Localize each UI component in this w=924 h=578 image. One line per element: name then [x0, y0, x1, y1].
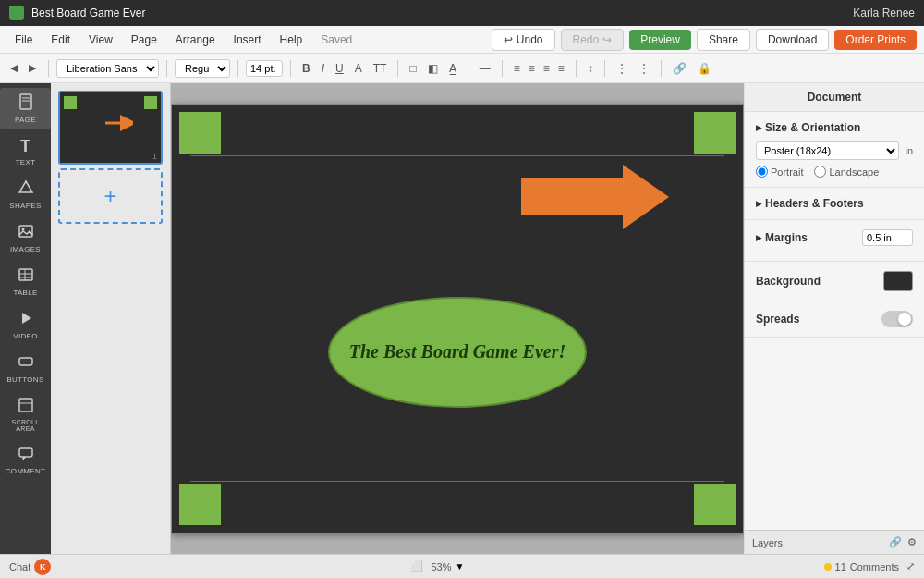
- sidebar-item-shapes[interactable]: SHAPES: [0, 174, 51, 215]
- lock-button[interactable]: 🔒: [694, 60, 715, 77]
- comments-badge-dot: [824, 563, 832, 571]
- undo-button[interactable]: ↩ Undo: [492, 29, 555, 51]
- order-prints-button[interactable]: Order Prints: [834, 30, 917, 50]
- align-left-button[interactable]: ≡: [510, 60, 524, 77]
- oval-element[interactable]: The Best Board Game Ever!: [328, 297, 587, 408]
- menu-view[interactable]: View: [81, 31, 120, 48]
- list-unordered-button[interactable]: ⋮: [635, 60, 653, 77]
- canvas-area[interactable]: The Best Board Game Ever!: [171, 83, 744, 554]
- thumb-arrow: [105, 114, 133, 137]
- table-icon: [18, 266, 34, 287]
- sidebar-item-images[interactable]: IMAGES: [0, 217, 51, 259]
- sidebar-item-video[interactable]: VIDEO: [0, 304, 51, 346]
- sidebar-item-text[interactable]: T TEXT: [0, 131, 51, 172]
- landscape-radio-input[interactable]: [814, 166, 826, 178]
- corner-box-tl[interactable]: [179, 112, 221, 154]
- unit-label: in: [905, 145, 913, 156]
- titlebar: Best Board Game Ever Karla Renee: [0, 0, 924, 26]
- stroke-button[interactable]: A̲: [445, 60, 460, 77]
- list-ordered-button[interactable]: ⋮: [613, 60, 631, 77]
- spreads-title: Spreads: [756, 313, 799, 326]
- menu-page[interactable]: Page: [124, 31, 164, 48]
- nav-forward-button[interactable]: ▶: [24, 59, 41, 77]
- font-family-select[interactable]: Liberation Sans: [56, 59, 159, 78]
- spreads-row: Spreads: [756, 311, 913, 327]
- shape-button[interactable]: □: [406, 60, 419, 77]
- download-button[interactable]: Download: [756, 29, 829, 51]
- menu-edit[interactable]: Edit: [43, 31, 78, 48]
- align-center-button[interactable]: ≡: [525, 60, 539, 77]
- sidebar-buttons-label: BUTTONS: [6, 375, 43, 384]
- zoom-value: 53%: [431, 561, 451, 572]
- landscape-radio[interactable]: Landscape: [814, 166, 879, 178]
- redo-arrow-icon: ↪: [602, 33, 612, 46]
- separator-10: [661, 60, 662, 77]
- link-button[interactable]: 🔗: [669, 60, 690, 77]
- zoom-dropdown-button[interactable]: ▼: [455, 561, 464, 572]
- size-orientation-title[interactable]: ▸ Size & Orientation: [756, 121, 913, 134]
- line-style-button[interactable]: —: [476, 60, 494, 77]
- menu-insert[interactable]: Insert: [226, 31, 269, 48]
- sidebar-item-comment[interactable]: COMMENT: [0, 439, 51, 481]
- saved-label: Saved: [321, 33, 352, 46]
- font-size-input[interactable]: [246, 60, 283, 77]
- margins-input[interactable]: [862, 229, 913, 246]
- orientation-radio-group: Portrait Landscape: [756, 166, 913, 178]
- align-right-button[interactable]: ≡: [540, 60, 553, 77]
- text-case-button[interactable]: TT: [370, 60, 391, 77]
- underline-button[interactable]: U: [332, 60, 347, 77]
- sidebar-shapes-label: SHAPES: [9, 202, 41, 210]
- background-title: Background: [756, 275, 821, 288]
- pages-panel: 1 +: [51, 83, 171, 554]
- italic-button[interactable]: I: [318, 60, 328, 77]
- redo-label: Redo: [573, 33, 600, 46]
- chat-section: Chat K: [9, 559, 51, 575]
- arrow-element[interactable]: [521, 160, 669, 234]
- page-thumb-inner: [60, 92, 161, 163]
- chat-label: Chat: [9, 561, 30, 572]
- margins-row: ▸ Margins: [756, 229, 913, 246]
- menubar: File Edit View Page Arrange Insert Help …: [0, 26, 924, 54]
- add-page-button[interactable]: +: [58, 168, 163, 224]
- preview-button[interactable]: Preview: [629, 30, 691, 50]
- margins-title[interactable]: ▸ Margins: [756, 231, 857, 244]
- comments-label: Comments: [850, 561, 899, 572]
- nav-back-button[interactable]: ◀: [6, 59, 22, 77]
- text-icon: T: [20, 137, 30, 156]
- separator-1: [48, 60, 49, 77]
- line-spacing-button[interactable]: ↕: [584, 60, 597, 77]
- size-orientation-content: Poster (18x24) in Portrait Landscape: [756, 141, 913, 178]
- share-button[interactable]: Share: [697, 29, 750, 51]
- redo-button[interactable]: Redo ↪: [561, 29, 625, 51]
- size-select[interactable]: Poster (18x24): [756, 141, 899, 160]
- portrait-radio[interactable]: Portrait: [756, 166, 803, 178]
- layers-settings-icon[interactable]: ⚙: [907, 536, 917, 548]
- sidebar-item-table[interactable]: TABLE: [0, 261, 51, 302]
- layers-label: Layers: [752, 537, 783, 548]
- sidebar-item-page[interactable]: PAGE: [0, 88, 51, 129]
- menu-help[interactable]: Help: [273, 31, 310, 48]
- fill-button[interactable]: ◧: [424, 60, 442, 77]
- page-thumbnail-1[interactable]: 1: [58, 91, 163, 165]
- corner-box-bl[interactable]: [179, 484, 221, 525]
- portrait-radio-input[interactable]: [756, 166, 768, 178]
- corner-box-br[interactable]: [694, 484, 736, 525]
- corner-box-tr[interactable]: [694, 112, 736, 154]
- oval-background: The Best Board Game Ever!: [328, 297, 587, 408]
- margins-chevron: ▸: [756, 231, 761, 244]
- menu-file[interactable]: File: [7, 31, 40, 48]
- chat-avatar[interactable]: K: [34, 559, 51, 575]
- sidebar-item-buttons[interactable]: BUTTONS: [0, 348, 51, 389]
- background-color-swatch[interactable]: [883, 271, 913, 291]
- expand-icon-status[interactable]: ⤢: [906, 560, 915, 572]
- sidebar-item-scroll[interactable]: SCROLL AREA: [0, 391, 51, 437]
- text-color-button[interactable]: A: [351, 60, 366, 77]
- document-canvas[interactable]: The Best Board Game Ever!: [171, 104, 744, 534]
- layers-link-icon[interactable]: 🔗: [889, 536, 902, 548]
- font-style-select[interactable]: Regular: [175, 59, 230, 78]
- bold-button[interactable]: B: [298, 60, 314, 77]
- headers-footers-title[interactable]: ▸ Headers & Footers: [756, 197, 913, 210]
- align-justify-button[interactable]: ≡: [554, 60, 568, 77]
- spreads-toggle[interactable]: [881, 311, 913, 327]
- menu-arrange[interactable]: Arrange: [168, 31, 223, 48]
